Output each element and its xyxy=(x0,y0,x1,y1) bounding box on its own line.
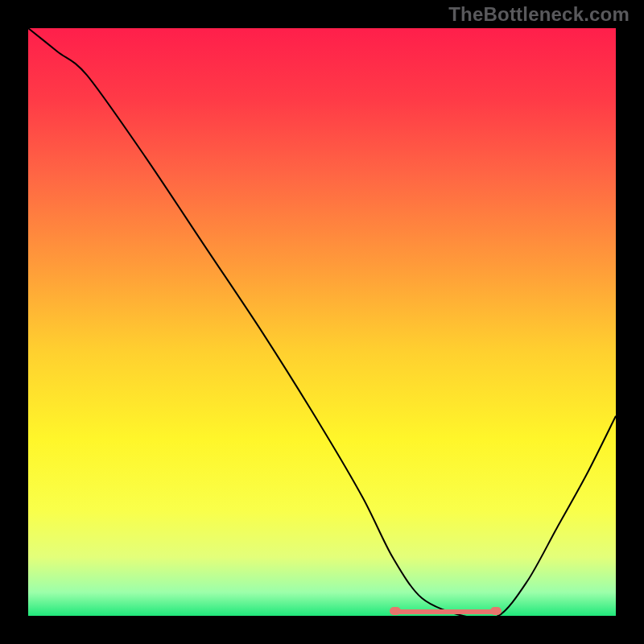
bottleneck-curve xyxy=(28,28,616,616)
curve-path xyxy=(28,28,616,616)
watermark-text: TheBottleneck.com xyxy=(448,3,630,26)
stage: TheBottleneck.com xyxy=(0,0,644,644)
chart-area xyxy=(28,28,616,616)
highlight-segment xyxy=(396,609,495,614)
highlight-end-right xyxy=(490,607,502,615)
